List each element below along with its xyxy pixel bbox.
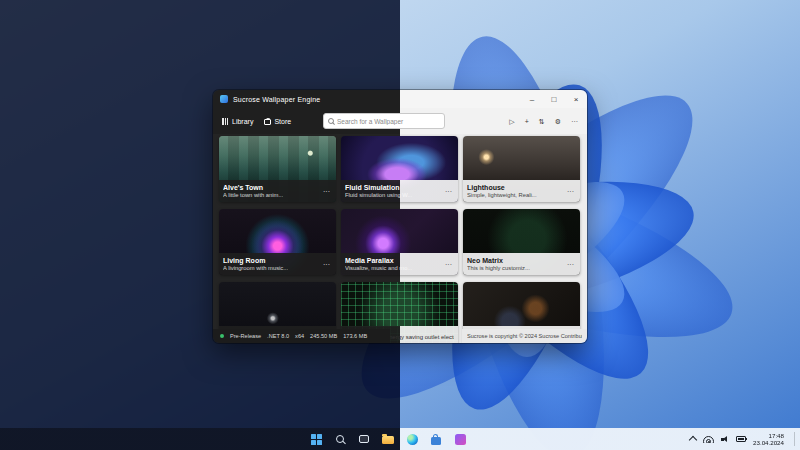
close-button[interactable]: × xyxy=(565,90,587,108)
card-caption: Fluid Simulation Fluid simulation using … xyxy=(341,180,458,202)
add-wallpaper-icon[interactable]: + xyxy=(525,118,529,125)
disk-usage-label: 173.6 MB xyxy=(343,333,367,339)
statusbar-right: Sucrose is copyright © 2024 Sucrose Cont… xyxy=(462,329,587,343)
taskbar-clock[interactable]: 17:48 23.04.2024 xyxy=(753,432,784,446)
card-description: A little town with anim... xyxy=(223,192,283,199)
minimize-button[interactable]: – xyxy=(521,90,543,108)
memory-usage-label: 245.50 MB xyxy=(310,333,337,339)
card-caption: Media Parallax Visualize, music and mo..… xyxy=(341,253,458,275)
arch-label: x64 xyxy=(295,333,304,339)
folder-icon xyxy=(382,436,394,445)
window-controls: – □ × xyxy=(521,90,587,108)
more-options-icon[interactable]: ⋯ xyxy=(571,118,578,125)
app-window: Sucrose Wallpaper Engine – □ × Library S… xyxy=(213,90,587,343)
file-explorer-button[interactable] xyxy=(379,430,397,448)
system-tray: 17:48 23.04.2024 xyxy=(690,428,795,450)
statusbar-left: Pre-Release .NET 8.0 x64 245.50 MB 173.6… xyxy=(213,329,390,343)
taskbar: 17:48 23.04.2024 xyxy=(0,428,800,450)
tray-date: 23.04.2024 xyxy=(753,439,784,446)
taskbar-center-icons xyxy=(307,428,469,450)
window-title: Sucrose Wallpaper Engine xyxy=(233,96,320,103)
tab-library[interactable]: Library xyxy=(222,117,253,125)
card-more-button[interactable]: ··· xyxy=(565,261,576,268)
card-more-button[interactable]: ··· xyxy=(443,261,454,268)
tab-library-label: Library xyxy=(232,118,253,125)
task-view-icon xyxy=(359,435,369,443)
card-title: Media Parallax xyxy=(345,256,412,265)
card-more-button[interactable]: ··· xyxy=(443,188,454,195)
search-icon xyxy=(328,118,334,124)
tab-store-label: Store xyxy=(274,118,291,125)
wallpaper-card-neo-matrix[interactable]: Neo Matrix This is highly customiz... ··… xyxy=(463,209,580,275)
show-desktop-button[interactable] xyxy=(794,432,795,446)
desktop: Sucrose Wallpaper Engine – □ × Library S… xyxy=(0,0,800,450)
wallpaper-card-fluid-simulation[interactable]: Fluid Simulation Fluid simulation using … xyxy=(341,136,458,202)
card-title: Lighthouse xyxy=(467,183,537,192)
card-description: Simple, lightweight, Reali... xyxy=(467,192,537,199)
wallpaper-card-alves-town[interactable]: Alve's Town A little town with anim... ·… xyxy=(219,136,336,202)
card-description: Fluid simulation using W... xyxy=(345,192,412,199)
card-caption: Neo Matrix This is highly customiz... ··… xyxy=(463,253,580,275)
edge-icon xyxy=(407,434,418,445)
wifi-icon[interactable] xyxy=(703,436,714,443)
release-channel-label: Pre-Release xyxy=(230,333,261,339)
windows-logo-icon xyxy=(311,434,322,445)
search-icon xyxy=(336,435,344,443)
tray-chevron-up-icon[interactable] xyxy=(689,436,697,444)
copyright-label: Sucrose is copyright © 2024 Sucrose Cont… xyxy=(467,333,582,339)
sucrose-app-button[interactable] xyxy=(451,430,469,448)
store-bag-icon xyxy=(264,119,271,125)
nav-tabs: Library Store xyxy=(213,117,291,125)
titlebar[interactable]: Sucrose Wallpaper Engine – □ × xyxy=(213,90,587,108)
play-icon[interactable]: ▷ xyxy=(509,118,514,125)
card-more-button[interactable]: ··· xyxy=(565,188,576,195)
wallpaper-card-media-parallax[interactable]: Media Parallax Visualize, music and mo..… xyxy=(341,209,458,275)
search-box[interactable] xyxy=(323,113,445,129)
library-icon xyxy=(222,118,229,125)
card-description: This is highly customiz... xyxy=(467,265,530,272)
card-title: Living Room xyxy=(223,256,288,265)
task-view-button[interactable] xyxy=(355,430,373,448)
search-input[interactable] xyxy=(337,118,440,125)
toolbar: Library Store ▷ + ⇅ ⚙ ⋯ xyxy=(213,108,587,134)
app-icon xyxy=(220,95,228,103)
card-title: Alve's Town xyxy=(223,183,283,192)
taskbar-search-button[interactable] xyxy=(331,430,349,448)
tab-store[interactable]: Store xyxy=(264,117,291,125)
release-status-dot xyxy=(220,334,224,338)
card-more-button[interactable]: ··· xyxy=(321,261,332,268)
tray-time: 17:48 xyxy=(753,432,784,439)
card-caption: Alve's Town A little town with anim... ·… xyxy=(219,180,336,202)
microsoft-store-button[interactable] xyxy=(427,430,445,448)
wallpaper-card-lighthouse[interactable]: Lighthouse Simple, lightweight, Reali...… xyxy=(463,136,580,202)
start-button[interactable] xyxy=(307,430,325,448)
settings-gear-icon[interactable]: ⚙ xyxy=(555,118,561,125)
maximize-button[interactable]: □ xyxy=(543,90,565,108)
card-description: A livingroom with music... xyxy=(223,265,288,272)
card-title: Fluid Simulation xyxy=(345,183,412,192)
edge-browser-button[interactable] xyxy=(403,430,421,448)
toolbar-actions: ▷ + ⇅ ⚙ ⋯ xyxy=(509,118,578,125)
sort-icon[interactable]: ⇅ xyxy=(539,118,545,125)
wallpaper-grid: Alve's Town A little town with anim... ·… xyxy=(213,134,587,343)
card-title: Neo Matrix xyxy=(467,256,530,265)
card-caption: Living Room A livingroom with music... ·… xyxy=(219,253,336,275)
volume-icon[interactable] xyxy=(721,436,729,443)
card-caption: Lighthouse Simple, lightweight, Reali...… xyxy=(463,180,580,202)
card-more-button[interactable]: ··· xyxy=(321,188,332,195)
battery-icon[interactable] xyxy=(736,436,746,442)
card-description: Visualize, music and mo... xyxy=(345,265,412,272)
wallpaper-card-living-room[interactable]: Living Room A livingroom with music... ·… xyxy=(219,209,336,275)
dotnet-version-label: .NET 8.0 xyxy=(267,333,289,339)
store-icon xyxy=(431,437,441,445)
sucrose-app-icon xyxy=(455,434,466,445)
